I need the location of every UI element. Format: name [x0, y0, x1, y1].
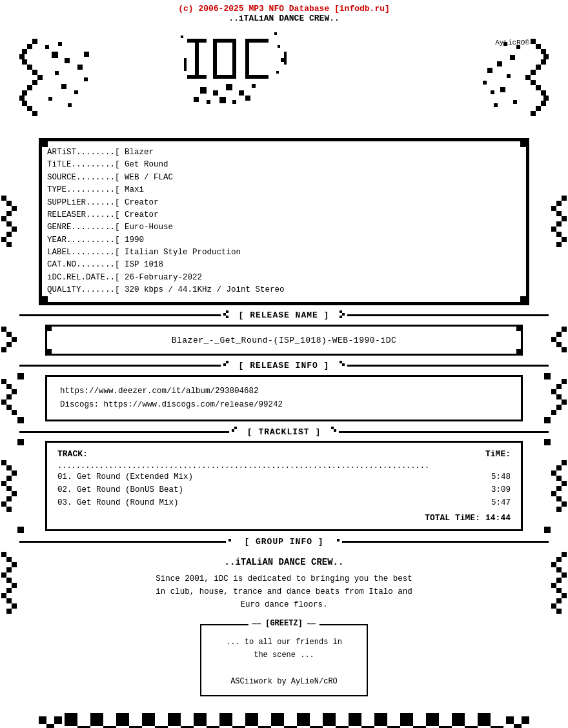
svg-rect-137	[331, 427, 334, 429]
side-deco-rel-info-right	[547, 379, 567, 418]
release-name-title-bar: [ RELEASE NAME ]	[19, 310, 549, 321]
svg-rect-119	[340, 361, 342, 363]
side-deco-rel-name-left	[1, 324, 21, 356]
svg-rect-132	[556, 405, 562, 410]
svg-rect-100	[223, 313, 226, 316]
svg-rect-51	[245, 96, 250, 101]
svg-rect-205	[336, 726, 349, 728]
svg-rect-180	[562, 593, 567, 598]
svg-rect-46	[252, 84, 256, 88]
svg-rect-81	[6, 201, 12, 206]
svg-rect-84	[1, 216, 6, 221]
svg-rect-93	[556, 211, 562, 216]
time-col-header: TiME:	[485, 449, 511, 459]
svg-rect-58	[541, 59, 546, 65]
svg-rect-111	[562, 327, 567, 332]
title-bar4-icon-left	[226, 536, 236, 547]
svg-rect-188	[116, 713, 129, 726]
title-bar-right-line3	[339, 431, 549, 433]
svg-rect-29	[187, 75, 207, 79]
svg-rect-165	[6, 578, 12, 583]
svg-rect-185	[77, 726, 90, 728]
svg-rect-78	[483, 81, 487, 85]
svg-rect-164	[1, 572, 6, 578]
svg-rect-72	[497, 61, 502, 66]
svg-rect-26	[84, 52, 89, 57]
svg-rect-59	[536, 65, 541, 70]
svg-rect-169	[6, 598, 12, 603]
svg-rect-44	[226, 84, 232, 90]
svg-rect-7	[37, 75, 43, 80]
svg-rect-11	[19, 96, 25, 101]
greetz-box: —— [GREETZ] —— ... to all our friends in…	[200, 624, 368, 696]
svg-rect-91	[556, 201, 562, 206]
svg-rect-68	[531, 111, 536, 116]
svg-rect-103	[342, 313, 345, 316]
svg-rect-97	[556, 232, 562, 237]
svg-rect-0	[32, 39, 37, 44]
svg-rect-153	[556, 486, 562, 491]
svg-rect-17	[58, 42, 62, 46]
svg-rect-98	[562, 237, 567, 242]
svg-rect-172	[562, 552, 567, 557]
svg-rect-8	[32, 80, 37, 85]
svg-rect-54	[531, 39, 536, 44]
svg-rect-23	[77, 65, 83, 70]
svg-rect-34	[245, 39, 269, 43]
svg-rect-209	[387, 726, 400, 728]
svg-rect-6	[32, 70, 37, 75]
release-info-line2: Discogs: https://www.discogs.com/release…	[60, 398, 508, 412]
svg-rect-157	[556, 507, 562, 512]
svg-rect-184	[65, 713, 77, 726]
greetz-header: —— [GREETZ] ——	[249, 619, 320, 628]
svg-rect-65	[543, 96, 549, 101]
group-info-header: [ GROUP INFO ]	[240, 537, 327, 547]
svg-rect-73	[507, 74, 511, 78]
svg-rect-96	[551, 227, 556, 232]
svg-rect-75	[513, 100, 517, 104]
svg-rect-190	[142, 713, 155, 726]
track-3-time: 5:47	[491, 496, 511, 509]
logo-area: AyLicRO©	[0, 26, 568, 136]
title-bar-left-line3	[19, 431, 229, 433]
svg-rect-135	[234, 427, 237, 429]
svg-rect-2	[22, 49, 27, 54]
svg-rect-159	[337, 539, 340, 541]
svg-rect-115	[562, 347, 567, 352]
title-bar3-icon-right	[329, 427, 339, 437]
svg-rect-145	[6, 496, 12, 501]
svg-rect-192	[168, 713, 181, 726]
svg-rect-149	[556, 465, 562, 470]
svg-rect-197	[232, 726, 245, 728]
svg-rect-52	[184, 58, 187, 71]
svg-rect-155	[556, 496, 562, 501]
svg-rect-42	[200, 87, 207, 94]
svg-rect-225	[514, 724, 522, 728]
svg-rect-146	[1, 501, 6, 507]
track-2-time: 3:09	[491, 483, 511, 496]
svg-rect-208	[374, 713, 387, 726]
svg-rect-161	[6, 557, 12, 562]
title-bar2-icon-right	[337, 361, 347, 371]
track-2-title: 02. Get Round (BonUS Beat)	[57, 483, 183, 496]
svg-rect-216	[478, 713, 491, 726]
tracklist-col-headers: TRACK: TiME:	[57, 449, 511, 459]
svg-rect-83	[6, 211, 12, 216]
svg-rect-76	[494, 103, 498, 107]
svg-rect-30	[213, 39, 217, 79]
svg-rect-90	[562, 196, 567, 201]
svg-rect-49	[219, 97, 226, 103]
side-deco-rel-info-left	[1, 379, 21, 418]
svg-rect-79	[491, 90, 494, 94]
release-name-section: Blazer_-_Get_Round-(ISP_1018)-WEB-1990-i…	[19, 325, 549, 356]
svg-rect-223	[54, 716, 62, 724]
tracklist-box: TRACK: TiME: ...........................…	[45, 441, 523, 531]
table-row: 02. Get Round (BonUS Beat) 3:09	[57, 483, 511, 496]
svg-rect-19	[55, 71, 59, 75]
svg-rect-4	[22, 59, 27, 65]
svg-rect-21	[48, 97, 52, 101]
tracklist-header: [ TRACKLIST ]	[243, 427, 325, 437]
svg-rect-43	[213, 90, 218, 96]
svg-rect-45	[239, 90, 244, 96]
bottom-deco-svg	[0, 707, 568, 728]
